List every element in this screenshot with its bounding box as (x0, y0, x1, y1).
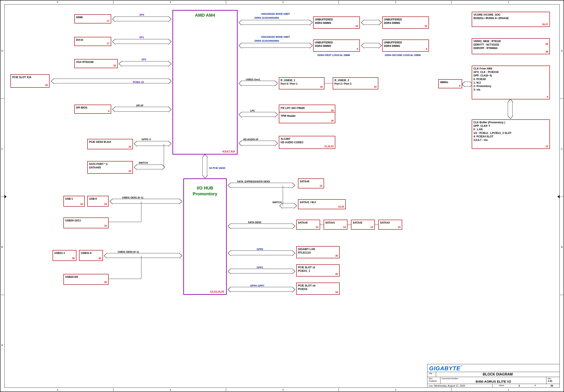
pch-block: I/O HUB Promontory 12,13,14,15 (183, 178, 227, 295)
zone-top-1: 1 (508, 1, 509, 3)
cpu-pch-label: X4 PCIE GEN3 (209, 167, 225, 169)
usb30-2-pg: 19 (374, 85, 377, 89)
satagen3-s3-pg: 14 (398, 226, 400, 229)
dimm2-box: UNBUFFERED DDR4 DIMM2 10 (382, 16, 429, 29)
satagen3-s0: SATA#0 14 (296, 220, 320, 230)
pciex16-label: PCIE SLOT X16 (12, 76, 31, 79)
hdmi-label: HDMI (76, 16, 83, 19)
usb31g2-label: USB31 GEN2 (0~1) (118, 250, 139, 253)
lpc-arrow (242, 112, 274, 117)
clk-buf-box: CLK Buffer (Promontory ) GPP_CLK0~7 0 : … (472, 119, 550, 149)
vddio-pg2: 28 (546, 50, 548, 54)
usb1-pg: 19 (80, 203, 83, 206)
clkbuf-l1: CLK Buffer (Promontory ) (473, 121, 505, 124)
zone-right-c: C (561, 148, 563, 150)
usb31-arrow (242, 81, 274, 85)
dram-a-mode: UNGANGED MODE 64BIT (261, 13, 290, 15)
date-lbl: Date: (429, 385, 434, 387)
clkbuf-l2: GPP_CLK0~7 (473, 124, 490, 127)
of-lbl: of (534, 384, 536, 387)
lan-box: GIGABIT LAN RTL8111G 30 (296, 246, 340, 258)
dvid-box: DVI-D 17 (74, 37, 111, 46)
gpp0-arrow (231, 250, 292, 255)
usb311-box: USB31-1 30 (53, 250, 76, 261)
cpu-block: AMD AM4 4,5,6,7,8,9 (172, 10, 238, 155)
hda-arrow (242, 141, 274, 145)
m2-box: PCIE GEN3 M.2x4 33 (87, 139, 133, 149)
usb2-05-pg: 30 (104, 281, 107, 284)
sata45-pg: 33 (128, 170, 131, 173)
usb0-box: USB-0 19 (87, 196, 109, 207)
dimm1-pg: 9 (426, 48, 427, 51)
title-value: BLOCK DIAGRAM (436, 372, 559, 377)
sata45-l1: SATA PORT * 2 (89, 162, 108, 166)
satagen3-s2: SATA#2 14 (351, 220, 375, 230)
dimm1-l2: DDR4 DIMM1 (384, 44, 400, 48)
usb311-pg: 30 (72, 257, 75, 260)
usb30-1-box: R_USB30_1 Port 0 / Port 1 19 (279, 77, 324, 89)
sheet-val: 3 (518, 384, 520, 387)
dram-a-speed: DDR4 2133/2400/2666 (254, 16, 279, 19)
m2-bus: GPP0~3 (141, 138, 151, 141)
dimm4-l2: DDR4 DIMM4 (315, 22, 331, 25)
satagen3-s3: SATA#3 14 (378, 220, 402, 230)
pciex4-l1: PCIE SLOT x4 (298, 284, 315, 287)
usb30-1-l2: Port 0 / Port 1 (281, 82, 297, 85)
usb30-1-pg: 19 (320, 85, 323, 89)
clk48-pg: 9 (459, 84, 460, 87)
lan-l1: GIGABIT LAN (298, 248, 315, 251)
usb30-2-l1: R_USB30_2 (335, 79, 349, 82)
vga-box: VGA RTD2168 32 (74, 59, 118, 68)
zone-top-5: 5 (57, 1, 58, 3)
gpp47-bus: GPP4~GPP7 (250, 284, 264, 287)
dram-b-arrow (242, 43, 309, 48)
dram-a-arrow (242, 20, 309, 25)
dvid-bus: DP1 (140, 36, 144, 39)
dimm4-pg: 10 (355, 25, 358, 28)
clkam4-l6: 2: Promontory (473, 85, 491, 88)
dimm3-l2: DDR4 DIMM3 (315, 44, 331, 48)
clkam4-l7: 3: n/a (473, 88, 480, 91)
zone-left-b: B (1, 246, 3, 248)
dimm2-l2: DDR4 DIMM2 (384, 22, 400, 25)
dimm1-l1: UNBUFFERED (384, 41, 402, 44)
zone-left-c: C (1, 148, 3, 150)
pch-title2: Promontory (184, 191, 226, 196)
usb31g1-arrow (113, 199, 179, 203)
sata45-arrow (137, 164, 162, 169)
vga-bus: DP2 (141, 58, 146, 61)
m2-pg: 33 (128, 145, 131, 149)
pch-title1: I/O HUB (184, 186, 226, 190)
clkam4-l3: GPP_CLK(0~3) (473, 74, 492, 77)
tpm-pg: 18 (331, 119, 334, 122)
vcore-box: VCORE /VCORE_SOC IR35201+ IR3555 4+ 2PHA… (472, 12, 550, 27)
dvid-bus-arrow (115, 39, 168, 44)
title-lbl: Title (427, 372, 436, 377)
gpp1-arrow (231, 269, 292, 273)
clk48-box: 48MHz 9 (438, 79, 462, 88)
satagen3-s2-pg: 14 (370, 226, 373, 229)
hdmi-bus-arrow (115, 16, 168, 21)
usb2-05-label: USB20-0/5 (65, 275, 78, 279)
usb2-1011-box: USB20-10/11 19 (63, 217, 109, 228)
clkam4-l5: 1: M.2 (473, 81, 481, 84)
clkbuf-l5: 4: PCIEX4 SLOT (473, 135, 494, 138)
dimm1-box: UNBUFFERED DDR4 DIMM1 9 (382, 40, 429, 52)
zone-bot-3: 3 (282, 389, 284, 391)
sataexp-sata1-pg: 14,33 (338, 205, 344, 208)
satagen3-s2-l: SATA#2 (353, 221, 362, 224)
dimm4-l1: UNBUFFERED (315, 18, 333, 21)
clk48-arrow (465, 81, 469, 86)
gpp0-bus: GPP0 (257, 248, 263, 250)
hdmi-pg: 17 (107, 19, 110, 23)
spi-pg: 9 (108, 110, 110, 113)
usb310-pg: 30 (99, 257, 101, 260)
usb1-box: USB-1 19 (63, 196, 85, 207)
size-cell: Size Custom (427, 377, 440, 384)
vddio-pg1: 29 (546, 42, 548, 46)
vddio-l3: DDRVPP : RT8068A (473, 47, 498, 50)
clkbuf-l6: 3,5,6,7 : n/a (473, 138, 488, 142)
rev-lbl: Rev (548, 378, 558, 380)
lpc-box: ITE LPC SIO IT8628 18 TPM Header 18 (279, 105, 335, 123)
usb0-pg: 19 (104, 203, 107, 206)
